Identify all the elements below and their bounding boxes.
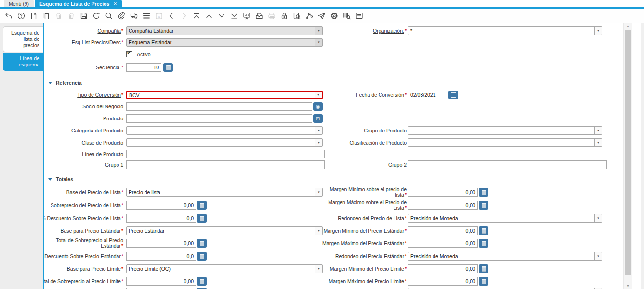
new-record-icon[interactable] — [29, 12, 38, 20]
refresh-icon[interactable] — [92, 12, 101, 20]
section-header-totales[interactable]: Totales — [48, 176, 73, 182]
redondeo-estandar-combobox[interactable]: Precisión de Moneda ▼ — [408, 252, 602, 261]
grupo1-input[interactable] — [126, 160, 325, 169]
chevron-down-icon[interactable]: ▼ — [315, 127, 322, 134]
grupo-producto-combobox[interactable]: ▼ — [408, 126, 602, 135]
calculator-button[interactable] — [163, 63, 173, 72]
tipo-conversion-combobox[interactable]: BCV ▼ — [126, 91, 323, 99]
organizacion-combobox[interactable]: * ▼ — [408, 26, 602, 35]
socio-negocio-input[interactable] — [126, 102, 312, 111]
vertical-scrollbar[interactable]: ▲ ▼ — [623, 23, 632, 289]
margen-max-lista-input[interactable]: 0,00 — [408, 201, 478, 210]
send-icon[interactable] — [317, 12, 326, 20]
margen-max-estandar-input[interactable]: 0,00 — [408, 239, 478, 248]
chevron-down-icon[interactable]: ▼ — [594, 214, 602, 222]
clase-producto-combobox[interactable]: ▼ — [126, 138, 323, 147]
calculator-button[interactable] — [197, 252, 207, 261]
calculator-button[interactable] — [197, 214, 207, 223]
grupo-producto-label[interactable]: Grupo de Producto — [327, 126, 407, 135]
report-window-icon[interactable] — [355, 12, 364, 20]
producto-label[interactable]: Producto — [44, 114, 123, 123]
base-precio-lista-combobox[interactable]: Precio de lista ▼ — [126, 188, 323, 197]
compania-combobox[interactable]: Compañía Estándar ▼ — [126, 26, 323, 35]
calculator-button[interactable] — [197, 239, 207, 248]
margen-max-limite-input[interactable]: 0,00 — [408, 277, 478, 286]
preferences-icon[interactable] — [330, 12, 339, 20]
section-header-referencia[interactable]: Referencia — [48, 80, 82, 86]
scroll-up-icon[interactable]: ▲ — [624, 25, 632, 28]
chevron-down-icon[interactable]: ▼ — [315, 92, 322, 98]
clasificacion-producto-combobox[interactable]: ▼ — [408, 138, 602, 147]
calculator-button[interactable] — [479, 188, 488, 197]
esq-list-precios-label[interactable]: Esq List Precios/Desc* — [44, 38, 123, 47]
sidebar-tab-linea-esquema[interactable]: Línea de esquema — [3, 53, 43, 71]
chat-icon[interactable] — [130, 12, 138, 20]
chevron-down-icon[interactable]: ▼ — [594, 127, 602, 134]
workflow-icon[interactable] — [305, 12, 314, 20]
calculator-button[interactable] — [197, 201, 207, 210]
chevron-down-icon[interactable]: ▼ — [594, 252, 602, 260]
sobreprecio-limite-input[interactable]: 0,00 — [126, 277, 196, 286]
calculator-button[interactable] — [479, 239, 488, 248]
chevron-down-icon[interactable]: ▼ — [315, 188, 322, 196]
clasificacion-producto-label[interactable]: Clasificación de Producto — [327, 138, 407, 147]
archive-icon[interactable] — [255, 12, 263, 20]
chevron-down-icon[interactable]: ▼ — [315, 139, 322, 146]
chevron-down-icon[interactable]: ▼ — [594, 27, 602, 35]
activo-checkbox[interactable]: ✔ — [126, 51, 132, 57]
producto-input[interactable] — [126, 114, 312, 123]
sobreprecio-lista-input[interactable]: 0,00 — [126, 201, 196, 210]
chevron-down-icon[interactable]: ▼ — [594, 139, 602, 146]
last-record-icon[interactable] — [230, 12, 238, 20]
tipo-conversion-label[interactable]: Tipo de Conversión* — [44, 91, 123, 99]
base-precio-estandar-combobox[interactable]: Precio Estándar ▼ — [126, 226, 323, 235]
chevron-down-icon[interactable]: ▼ — [315, 27, 322, 35]
tab-esquema-lista-precios[interactable]: Esquema de Lista de Precios ✕ — [35, 0, 122, 7]
undo-icon[interactable] — [4, 12, 13, 20]
categoria-producto-label[interactable]: Categoría del Producto — [44, 126, 123, 135]
calculator-button[interactable] — [479, 226, 488, 235]
attachment-icon[interactable] — [117, 12, 126, 20]
margen-min-limite-input[interactable]: 0,00 — [408, 264, 478, 273]
grupo2-input[interactable] — [408, 160, 607, 169]
scroll-down-icon[interactable]: ▼ — [624, 284, 632, 288]
redondeo-lista-combobox[interactable]: Precisión de Moneda ▼ — [408, 214, 602, 223]
esq-list-precios-combobox[interactable]: Esquema Estándar ▼ — [126, 38, 323, 47]
calculator-button[interactable] — [479, 264, 488, 273]
report-icon[interactable] — [242, 12, 251, 20]
margen-min-lista-input[interactable]: 0,00 — [408, 188, 478, 197]
base-precio-limite-combobox[interactable]: Precio Límite (OC) ▼ — [126, 264, 323, 273]
lock-icon[interactable] — [280, 12, 289, 20]
business-partner-search-button[interactable]: ◉ — [313, 102, 323, 111]
grid-toggle-icon[interactable] — [142, 12, 151, 20]
copy-record-icon[interactable] — [42, 12, 51, 20]
categoria-producto-combobox[interactable]: ▼ — [126, 126, 323, 135]
chevron-down-icon[interactable]: ▼ — [315, 265, 322, 273]
first-record-icon[interactable] — [192, 12, 201, 20]
product-search-button[interactable]: ⊡ — [313, 114, 323, 123]
fecha-conversion-input[interactable]: 02/03/2021 — [408, 91, 447, 99]
socio-negocio-label[interactable]: Socio del Negocio — [44, 102, 123, 111]
compania-label[interactable]: Compañía* — [44, 26, 123, 35]
calculator-button[interactable] — [479, 277, 488, 286]
calculator-button[interactable] — [197, 277, 207, 286]
clase-producto-label[interactable]: Clase de Producto — [44, 138, 123, 147]
previous-record-icon[interactable] — [167, 12, 176, 20]
descuento-lista-input[interactable]: 0,0 — [126, 214, 196, 223]
find-icon[interactable] — [105, 12, 113, 20]
save-icon[interactable] — [79, 12, 88, 20]
help-icon[interactable] — [17, 12, 26, 20]
calendar-picker-button[interactable] — [448, 91, 458, 99]
record-info-icon[interactable] — [292, 12, 301, 20]
descuento-estandar-input[interactable]: 0,0 — [126, 252, 196, 261]
chevron-down-icon[interactable]: ▼ — [315, 39, 322, 46]
product-info-icon[interactable] — [342, 12, 351, 20]
close-icon[interactable]: ✕ — [113, 1, 117, 6]
tab-menu[interactable]: Menú (9) — [4, 0, 34, 7]
scrollbar-thumb[interactable] — [625, 30, 631, 275]
chevron-down-icon[interactable]: ▼ — [315, 227, 322, 235]
parent-record-icon[interactable] — [205, 12, 213, 20]
organizacion-label[interactable]: Organización.* — [327, 26, 407, 35]
linea-producto-input[interactable] — [126, 150, 325, 158]
margen-min-estandar-input[interactable]: 0,00 — [408, 226, 478, 235]
